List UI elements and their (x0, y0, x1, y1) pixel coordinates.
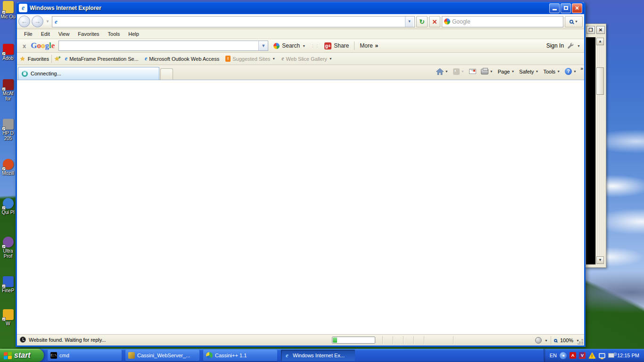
hide-icons-chevron[interactable]: ◄ (560, 352, 567, 359)
zoom-level[interactable]: 100% (560, 337, 573, 343)
desktop-icon-hp[interactable]: ↗ HP D 205 (0, 119, 16, 141)
display-tray-icon[interactable] (599, 353, 605, 358)
more-button[interactable]: More » (357, 41, 380, 50)
chevron-down-icon: ▼ (511, 70, 514, 73)
refresh-button[interactable]: ↻ (416, 16, 428, 27)
bgwin-close-button[interactable]: ✕ (596, 26, 605, 34)
chevron-down-icon: ▼ (302, 44, 305, 48)
minimize-button[interactable] (549, 3, 560, 13)
mcafee-tray-icon[interactable]: V (579, 352, 586, 359)
address-input[interactable] (59, 17, 405, 26)
maximize-button[interactable] (561, 3, 571, 13)
taskbar-item-ie[interactable]: e Windows Internet Ex... (281, 350, 355, 361)
toolbar-drag-handle[interactable]: ⋮⋮ (311, 44, 319, 48)
search-box[interactable] (442, 16, 563, 27)
add-favorite-icon[interactable]: ★ (54, 55, 61, 62)
print-button[interactable]: ▼ (480, 68, 494, 75)
loading-spinner-icon (22, 71, 28, 77)
desktop-icon-ultra[interactable]: ↗ Ultra Prof (0, 237, 16, 259)
ie-page-icon-gray: e (281, 55, 284, 62)
read-mail-button[interactable] (468, 68, 477, 75)
network-tray-icon[interactable] (608, 353, 614, 358)
favorite-link-metaframe[interactable]: e MetaFrame Presentation Se... (63, 54, 140, 63)
chevron-down-icon: ▼ (329, 57, 332, 60)
quicktime-icon: ↗ (3, 198, 14, 209)
home-button[interactable]: ▼ (435, 67, 449, 76)
bgwin-maximize-button[interactable]: ❐ (586, 26, 595, 34)
search-go-button[interactable]: ▼ (565, 16, 583, 27)
chevron-down-icon: ▼ (272, 57, 275, 60)
ie-page-icon: e (65, 55, 67, 62)
chevron-down-icon[interactable]: ▼ (490, 70, 493, 73)
menu-favorites[interactable]: Favorites (74, 30, 103, 38)
wrench-icon[interactable] (567, 42, 574, 49)
desktop-icon-mozilla[interactable]: ↗ Mozill (0, 159, 16, 176)
menu-file[interactable]: File (20, 30, 37, 38)
window-title: Windows Internet Explorer (30, 5, 548, 11)
desktop-icon-label: Mic Ou (0, 14, 16, 19)
address-bar[interactable]: e ▼ (52, 16, 415, 27)
desktop-icon-outlook[interactable]: ↗ Mic Ou (0, 1, 16, 19)
scroll-up-icon[interactable]: ▲ (596, 38, 604, 45)
hp-icon: ↗ (3, 119, 14, 130)
ultra-icon: ↗ (3, 237, 14, 247)
web-slice-gallery-button[interactable]: e Web Slice Gallery ▼ (280, 54, 334, 63)
recent-pages-dropdown[interactable]: ▼ (46, 19, 50, 24)
clock[interactable]: 12:15 PM (617, 353, 639, 358)
toolbar-close-icon[interactable]: x (21, 42, 28, 49)
back-button[interactable]: ← (18, 16, 30, 27)
desktop-icon-w[interactable]: ↗ W (0, 309, 16, 326)
security-zone-icon[interactable] (535, 337, 542, 344)
tools-menu-button[interactable]: Tools ▼ (542, 68, 561, 75)
desktop-icon-adobe[interactable]: ↗ Adob (0, 44, 16, 61)
menu-edit[interactable]: Edit (37, 30, 54, 38)
favorite-link-owa[interactable]: e Microsoft Outlook Web Access (143, 54, 221, 63)
chevron-down-icon[interactable]: ▼ (445, 70, 448, 73)
favorites-button[interactable]: Favorites (28, 56, 49, 62)
settings-dropdown-icon[interactable]: ▼ (577, 44, 580, 48)
menu-view[interactable]: View (54, 30, 74, 38)
stop-button[interactable]: ✕ (429, 16, 440, 27)
forward-button[interactable]: → (32, 16, 43, 27)
taskbar-item-cmd[interactable]: C:\ cmd (48, 350, 122, 361)
scroll-down-icon[interactable]: ▼ (596, 256, 604, 264)
feeds-button[interactable]: ▼ (452, 67, 465, 76)
start-button[interactable]: start (0, 349, 44, 362)
tab-connecting[interactable]: Connecting... (18, 67, 159, 80)
chevron-down-icon: ▼ (573, 70, 577, 73)
search-options-dropdown[interactable]: ▼ (575, 20, 578, 23)
status-bar: Website found. Waiting for reply... ▼ 10… (17, 334, 584, 346)
scrollbar-thumb[interactable] (596, 67, 604, 95)
security-alert-icon[interactable] (588, 352, 596, 359)
search-input[interactable] (452, 18, 561, 25)
google-search-field[interactable]: ▼ (58, 41, 268, 51)
suggested-sites-button[interactable]: ! Suggested Sites ▼ (223, 55, 277, 63)
safety-menu-button[interactable]: Safety ▼ (518, 68, 539, 75)
titlebar[interactable]: e Windows Internet Explorer ✕ (17, 2, 584, 14)
google-search-input[interactable] (59, 41, 258, 50)
new-tab-button[interactable] (160, 68, 173, 80)
desktop-icon-mcafee[interactable]: ↗ McAf for (0, 79, 16, 101)
menu-tools[interactable]: Tools (104, 30, 124, 38)
chevron-down-icon[interactable]: ▼ (545, 339, 548, 342)
menu-help[interactable]: Help (124, 30, 143, 38)
desktop-icon-fineprint[interactable]: ↗ FineP (0, 276, 16, 293)
google-search-button[interactable]: Search ▼ (271, 41, 308, 50)
close-button[interactable]: ✕ (572, 3, 582, 13)
background-console-window[interactable]: ❐ ✕ ▲ ▼ (585, 24, 606, 268)
page-menu-button[interactable]: Page ▼ (497, 68, 516, 75)
command-bar-overflow-button[interactable]: » (580, 66, 583, 71)
taskbar: start C:\ cmd Cassini_WebServer_... Cass… (0, 349, 644, 362)
google-search-dropdown-icon[interactable]: ▼ (258, 41, 268, 50)
share-button[interactable]: g+ Share (322, 41, 351, 50)
address-dropdown-icon[interactable]: ▼ (405, 16, 413, 27)
desktop-icon-quicktime[interactable]: ↗ Qui Pl (0, 198, 16, 215)
sign-in-link[interactable]: Sign In (546, 42, 564, 49)
taskbar-item-cassini[interactable]: Cassini++ 1.1 (203, 350, 277, 361)
taskbar-item-cassini-webserver[interactable]: Cassini_WebServer_... (125, 350, 199, 361)
language-indicator[interactable]: EN (550, 353, 557, 358)
help-button[interactable]: ? ▼ (564, 67, 578, 76)
bgwin-scrollbar[interactable]: ▲ ▼ (595, 37, 604, 264)
resize-grip[interactable] (578, 339, 583, 345)
adobe-tray-icon[interactable]: A (570, 352, 576, 359)
